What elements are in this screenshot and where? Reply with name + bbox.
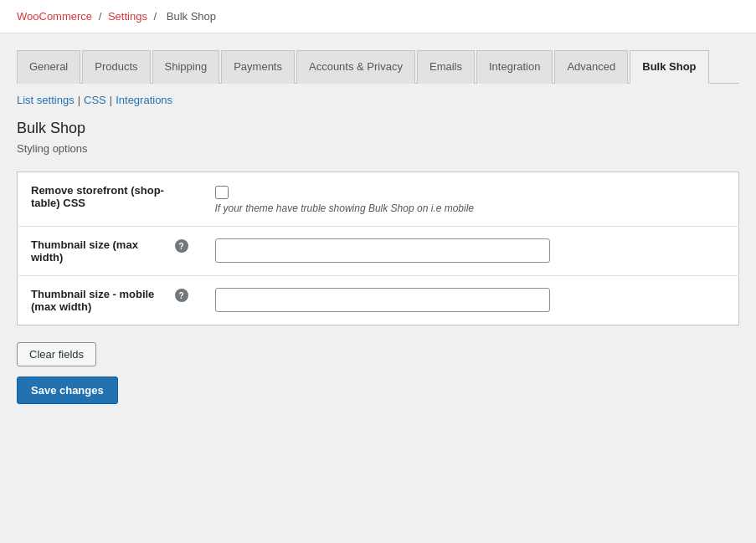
tab-advanced[interactable]: Advanced <box>554 50 628 84</box>
thumbnail-size-mobile-label: Thumbnail size - mobile (max width) <box>31 288 170 313</box>
breadcrumb: WooCommerce / Settings / Bulk Shop <box>17 10 739 23</box>
subnav-sep2: | <box>110 94 112 106</box>
thumbnail-size-input[interactable] <box>215 238 550 263</box>
tab-emails[interactable]: Emails <box>417 50 475 84</box>
breadcrumb-settings[interactable]: Settings <box>108 10 147 23</box>
tab-accounts-privacy[interactable]: Accounts & Privacy <box>296 50 415 84</box>
remove-storefront-checkbox[interactable] <box>215 186 229 199</box>
remove-storefront-row: Remove storefront (shop-table) CSS If yo… <box>18 172 739 227</box>
settings-table: Remove storefront (shop-table) CSS If yo… <box>17 172 739 325</box>
subnav-sep1: | <box>78 94 80 106</box>
subnav-integrations[interactable]: Integrations <box>116 94 172 106</box>
save-changes-button[interactable]: Save changes <box>17 377 118 404</box>
tabs-nav: General Products Shipping Payments Accou… <box>17 50 739 84</box>
tab-payments[interactable]: Payments <box>221 50 295 84</box>
buttons-section: Clear fields Save changes <box>17 342 739 404</box>
thumbnail-size-mobile-input[interactable] <box>215 288 550 312</box>
sub-navigation: List settings | CSS | Integrations <box>17 94 739 106</box>
thumbnail-size-mobile-row: Thumbnail size - mobile (max width) ? <box>18 276 739 325</box>
subnav-list-settings[interactable]: List settings <box>17 94 75 106</box>
breadcrumb-woocommerce[interactable]: WooCommerce <box>17 10 92 23</box>
thumbnail-size-label: Thumbnail size (max width) <box>31 238 170 264</box>
thumbnail-size-row: Thumbnail size (max width) ? <box>18 227 739 276</box>
breadcrumb-current: Bulk Shop <box>167 10 216 23</box>
remove-storefront-label: Remove storefront (shop-table) CSS <box>31 184 164 209</box>
breadcrumb-sep1: / <box>99 10 102 23</box>
tab-integration[interactable]: Integration <box>476 50 553 84</box>
thumbnail-size-mobile-help-icon[interactable]: ? <box>175 289 188 302</box>
subnav-css[interactable]: CSS <box>84 94 106 106</box>
tab-shipping[interactable]: Shipping <box>152 50 220 84</box>
thumbnail-size-help-icon[interactable]: ? <box>175 239 188 253</box>
page-title: Bulk Shop <box>17 120 739 137</box>
tab-bulk-shop[interactable]: Bulk Shop <box>630 50 708 84</box>
remove-storefront-hint: If your theme have truble showing Bulk S… <box>215 202 726 214</box>
tab-products[interactable]: Products <box>82 50 150 84</box>
page-subtitle: Styling options <box>17 142 739 155</box>
tab-general[interactable]: General <box>17 50 80 84</box>
breadcrumb-sep2: / <box>154 10 157 23</box>
clear-fields-button[interactable]: Clear fields <box>17 342 96 366</box>
